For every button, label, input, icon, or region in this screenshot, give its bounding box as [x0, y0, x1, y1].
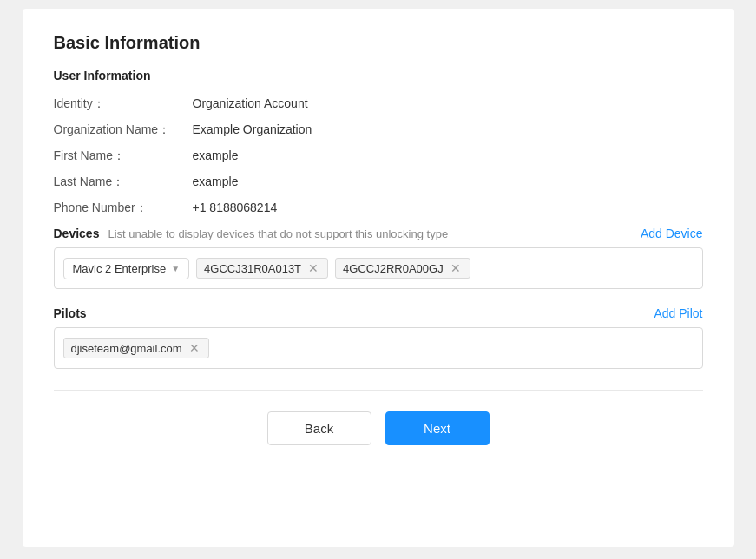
first-name-value: example: [193, 148, 239, 162]
footer-buttons: Back Next: [54, 411, 703, 445]
add-device-link[interactable]: Add Device: [641, 227, 703, 240]
identity-value: Organization Account: [193, 96, 308, 110]
devices-hint: List unable to display devices that do n…: [108, 227, 640, 240]
org-name-row: Organization Name： Example Organization: [54, 122, 703, 138]
device-type-value: Mavic 2 Enterprise: [73, 262, 167, 275]
device-type-dropdown[interactable]: Mavic 2 Enterprise ▼: [63, 258, 190, 280]
add-pilot-link[interactable]: Add Pilot: [654, 306, 702, 320]
last-name-value: example: [193, 174, 239, 188]
pilot-tag-1-remove[interactable]: ✕: [187, 341, 201, 355]
device-tag-2-value: 4GCCJ2RR0A00GJ: [343, 262, 444, 275]
last-name-label: Last Name：: [54, 174, 193, 190]
section-title: Basic Information: [54, 33, 703, 53]
phone-value: +1 8188068214: [193, 201, 278, 214]
chevron-down-icon: ▼: [171, 264, 180, 273]
footer-separator: [54, 390, 703, 391]
first-name-label: First Name：: [54, 148, 193, 164]
pilots-label: Pilots: [54, 306, 654, 320]
org-name-label: Organization Name：: [54, 122, 193, 138]
phone-label: Phone Number：: [54, 201, 193, 216]
user-info-heading: User Information: [54, 69, 703, 82]
identity-label: Identity：: [54, 96, 193, 112]
first-name-row: First Name： example: [54, 148, 703, 164]
pilots-box: djiseteam@gmail.com ✕: [54, 327, 703, 369]
device-tag-2: 4GCCJ2RR0A00GJ ✕: [335, 258, 470, 279]
device-tag-1: 4GCCJ31R0A013T ✕: [196, 258, 328, 279]
device-tag-1-remove[interactable]: ✕: [306, 261, 320, 275]
pilot-tag-1-value: djiseteam@gmail.com: [71, 342, 182, 355]
main-card: Basic Information User Information Ident…: [23, 9, 734, 547]
back-button[interactable]: Back: [267, 411, 371, 445]
devices-header-row: Devices List unable to display devices t…: [54, 227, 703, 240]
devices-label: Devices: [54, 227, 100, 240]
pilots-header: Pilots Add Pilot: [54, 306, 703, 320]
org-name-value: Example Organization: [193, 122, 312, 136]
phone-row: Phone Number： +1 8188068214: [54, 201, 703, 216]
last-name-row: Last Name： example: [54, 174, 703, 190]
device-tag-2-remove[interactable]: ✕: [449, 261, 463, 275]
pilots-section: Pilots Add Pilot djiseteam@gmail.com ✕: [54, 306, 703, 369]
device-tag-1-value: 4GCCJ31R0A013T: [204, 262, 301, 275]
devices-box: Mavic 2 Enterprise ▼ 4GCCJ31R0A013T ✕ 4G…: [54, 247, 703, 289]
next-button[interactable]: Next: [385, 411, 490, 445]
pilot-tag-1: djiseteam@gmail.com ✕: [63, 338, 209, 358]
identity-row: Identity： Organization Account: [54, 96, 703, 112]
